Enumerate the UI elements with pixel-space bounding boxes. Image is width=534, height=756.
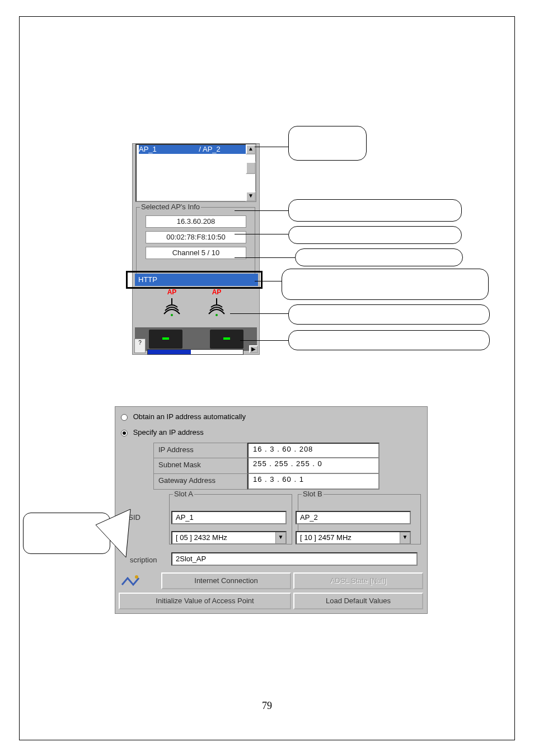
- adsl-state-button[interactable]: ADSL State [Null]: [293, 572, 423, 589]
- ap-icon-1[interactable]: AP: [161, 288, 183, 316]
- progress-bar: [147, 349, 243, 355]
- slot-b-legend: Slot B: [302, 490, 324, 498]
- specify-ip-radio-row[interactable]: Specify an IP address: [121, 428, 204, 436]
- load-default-values-button[interactable]: Load Default Values: [293, 593, 423, 609]
- ap-icon-label: AP: [205, 288, 228, 296]
- device-icon: [210, 330, 243, 349]
- selected-ap-info-group: Selected AP's Info 16.3.60.208 00:02:78:…: [136, 207, 255, 274]
- svg-point-1: [171, 314, 173, 316]
- obtain-ip-radio-row[interactable]: Obtain an IP address automatically: [121, 412, 246, 421]
- device-icon: [149, 330, 182, 349]
- gateway-address-input[interactable]: 16 . 3 . 60 . 1: [247, 474, 380, 490]
- ap-channel-field: Channel 5 / 10: [146, 247, 246, 259]
- antenna-icon: [207, 296, 227, 316]
- slot-a-channel-select[interactable]: [ 05 ] 2432 MHz ▼: [171, 531, 287, 544]
- slot-a-channel-value: [ 05 ] 2432 MHz: [176, 533, 227, 542]
- ip-config-panel: Obtain an IP address automatically Speci…: [115, 406, 428, 614]
- scroll-down-button[interactable]: ▼: [246, 191, 256, 201]
- callout-bubble: [282, 269, 489, 300]
- ap-icons: AP AP: [138, 288, 250, 327]
- radio-icon[interactable]: [121, 414, 128, 421]
- callout-bubble: [295, 248, 463, 266]
- callout-bubble: [288, 304, 490, 325]
- callout-tail: [91, 508, 136, 558]
- page-number: 79: [262, 700, 272, 712]
- callout-bubble: [288, 226, 462, 244]
- ip-address-label: IP Address: [153, 443, 247, 458]
- ip-address-input[interactable]: 16 . 3 . 60 . 208: [247, 443, 380, 458]
- ap-mac-field: 00:02:78:F8:10:50: [146, 231, 246, 243]
- description-input[interactable]: 2Slot_AP: [171, 552, 418, 566]
- wizard-icon[interactable]: [120, 574, 142, 589]
- slot-b-channel-select[interactable]: [ 10 ] 2457 MHz ▼: [296, 531, 411, 544]
- connector-line: [255, 147, 288, 147]
- selected-ap-info-legend: Selected AP's Info: [140, 203, 201, 211]
- antenna-icon: [162, 296, 182, 316]
- ap-list-sep: /: [197, 145, 203, 154]
- slot-b-essid-input[interactable]: AP_2: [296, 511, 411, 524]
- callout-bubble: [288, 330, 490, 350]
- connector-line: [240, 340, 288, 341]
- help-icon[interactable]: ?: [134, 339, 146, 353]
- scroll-right-button[interactable]: ▶: [249, 345, 258, 353]
- subnet-mask-input[interactable]: 255 . 255 . 255 . 0: [247, 458, 380, 474]
- internet-connection-button[interactable]: Internet Connection: [161, 572, 291, 589]
- ap-icon-2[interactable]: AP: [205, 288, 228, 316]
- chevron-down-icon[interactable]: ▼: [275, 532, 285, 543]
- ap-list-item[interactable]: AP_1/AP_2: [137, 145, 254, 154]
- obtain-ip-label: Obtain an IP address automatically: [133, 412, 246, 421]
- slot-a-essid-input[interactable]: AP_1: [171, 511, 287, 524]
- callout-bubble: [288, 126, 367, 161]
- specify-ip-label: Specify an IP address: [133, 428, 204, 436]
- connector-line: [230, 313, 288, 314]
- scroll-thumb[interactable]: [246, 162, 256, 174]
- ap-icon-label: AP: [161, 288, 183, 296]
- initialize-value-button[interactable]: Initialize Value of Access Point: [119, 593, 291, 609]
- ip-grid: IP Address 16 . 3 . 60 . 208 Subnet Mask…: [153, 443, 380, 490]
- slot-b-channel-value: [ 10 ] 2457 MHz: [300, 533, 352, 542]
- slot-a-legend: Slot A: [173, 490, 194, 498]
- http-item[interactable]: HTTP: [135, 274, 258, 286]
- svg-point-3: [216, 314, 218, 316]
- callout-bubble: [288, 199, 462, 222]
- connector-line: [255, 281, 282, 281]
- gateway-address-label: Gateway Address: [153, 474, 247, 490]
- ap-ip-field: 16.3.60.208: [146, 215, 246, 228]
- svg-point-4: [135, 575, 138, 579]
- subnet-mask-label: Subnet Mask: [153, 458, 247, 474]
- ap-list-col1: AP_1: [139, 145, 197, 154]
- connector-line: [235, 257, 295, 258]
- chevron-down-icon[interactable]: ▼: [400, 532, 410, 543]
- ap-list[interactable]: AP_1/AP_2 ▲ ▼: [135, 144, 256, 202]
- connector-line: [235, 210, 288, 211]
- device-bar: [135, 327, 257, 351]
- connector-line: [235, 234, 288, 234]
- radio-icon[interactable]: [121, 430, 128, 436]
- ap-info-panel: AP_1/AP_2 ▲ ▼ Selected AP's Info 16.3.60…: [132, 143, 260, 355]
- scroll-up-button[interactable]: ▲: [246, 144, 256, 154]
